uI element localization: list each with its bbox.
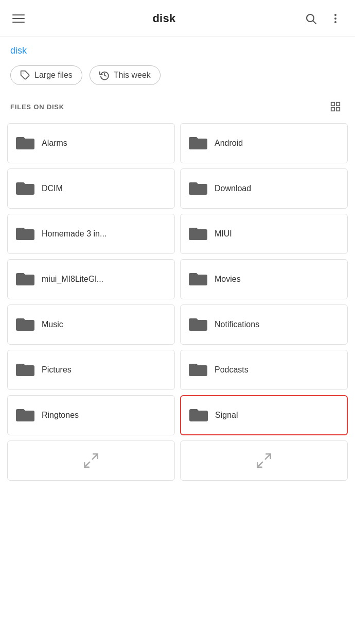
app-bar-actions	[299, 7, 347, 30]
partial-item-partial-left[interactable]	[7, 440, 175, 481]
breadcrumb-disk-link[interactable]: disk	[10, 45, 27, 56]
svg-line-13	[257, 462, 262, 467]
grid-view-button[interactable]	[326, 97, 345, 116]
file-name: Ringtones	[42, 411, 79, 420]
file-grid: Alarms Android DCIM Download Homemade 3 …	[0, 123, 355, 488]
folder-icon	[16, 225, 34, 243]
file-name: Alarms	[42, 139, 67, 148]
file-item-dcim[interactable]: DCIM	[7, 168, 175, 209]
file-item-download[interactable]: Download	[180, 168, 348, 209]
file-item-ringtones[interactable]: Ringtones	[7, 395, 175, 435]
folder-icon	[189, 406, 208, 425]
svg-rect-7	[336, 103, 340, 106]
folder-icon	[189, 225, 207, 243]
app-bar: disk	[0, 0, 355, 37]
svg-line-12	[265, 454, 271, 459]
svg-line-1	[313, 21, 316, 24]
svg-point-3	[334, 18, 336, 20]
file-name: miui_MI8LiteGl...	[42, 275, 103, 284]
svg-line-10	[93, 454, 98, 459]
file-item-alarms[interactable]: Alarms	[7, 123, 175, 163]
more-button[interactable]	[324, 7, 347, 30]
svg-rect-6	[331, 103, 334, 106]
file-name: Movies	[215, 275, 241, 284]
file-item-pictures[interactable]: Pictures	[7, 350, 175, 390]
folder-icon	[189, 270, 207, 289]
filter-row: Large files This week	[0, 60, 355, 94]
partial-item-partial-right[interactable]	[180, 440, 348, 481]
folder-icon	[189, 134, 207, 152]
svg-rect-8	[331, 108, 334, 111]
folder-icon	[189, 179, 207, 198]
file-name: Signal	[215, 411, 238, 420]
file-item-miui[interactable]: MIUI	[180, 214, 348, 254]
svg-point-2	[334, 14, 336, 16]
expand-icon	[255, 452, 273, 469]
folder-icon	[16, 270, 34, 289]
file-item-signal[interactable]: Signal	[180, 395, 348, 435]
file-name: Notifications	[215, 320, 259, 329]
file-name: Download	[215, 184, 251, 193]
file-name: Homemade 3 in...	[42, 229, 106, 239]
filter-large-files[interactable]: Large files	[10, 65, 82, 85]
folder-icon	[16, 315, 34, 334]
file-item-notifications[interactable]: Notifications	[180, 304, 348, 345]
file-name: MIUI	[215, 229, 232, 239]
file-name: Podcasts	[215, 365, 248, 375]
folder-icon	[189, 315, 207, 334]
section-title: FILES ON DISK	[10, 103, 64, 111]
search-button[interactable]	[299, 7, 322, 30]
file-name: DCIM	[42, 184, 63, 193]
search-icon	[305, 12, 317, 25]
file-item-movies[interactable]: Movies	[180, 259, 348, 299]
file-item-homemade[interactable]: Homemade 3 in...	[7, 214, 175, 254]
filter-this-week-label: This week	[114, 71, 151, 80]
file-item-music[interactable]: Music	[7, 304, 175, 345]
svg-point-4	[334, 21, 336, 23]
file-item-android[interactable]: Android	[180, 123, 348, 163]
file-name: Pictures	[42, 365, 72, 375]
expand-icon	[82, 452, 100, 469]
file-item-podcasts[interactable]: Podcasts	[180, 350, 348, 390]
svg-rect-9	[336, 108, 340, 111]
folder-icon	[189, 361, 207, 379]
folder-icon	[16, 406, 34, 425]
filter-large-files-label: Large files	[34, 71, 73, 80]
file-name: Android	[215, 139, 243, 148]
grid-view-icon	[330, 101, 341, 112]
breadcrumb: disk	[0, 37, 355, 60]
file-name: Music	[42, 320, 63, 329]
file-item-miui-mi8[interactable]: miui_MI8LiteGl...	[7, 259, 175, 299]
history-icon	[99, 70, 110, 80]
section-header: FILES ON DISK	[0, 94, 355, 123]
tag-icon	[20, 70, 30, 80]
folder-icon	[16, 134, 34, 152]
folder-icon	[16, 179, 34, 198]
menu-button[interactable]	[8, 10, 29, 27]
folder-icon	[16, 361, 34, 379]
app-bar-title: disk	[29, 12, 299, 25]
more-vertical-icon	[329, 12, 342, 25]
filter-this-week[interactable]: This week	[90, 65, 161, 85]
svg-line-11	[84, 462, 90, 467]
svg-point-0	[307, 14, 314, 22]
